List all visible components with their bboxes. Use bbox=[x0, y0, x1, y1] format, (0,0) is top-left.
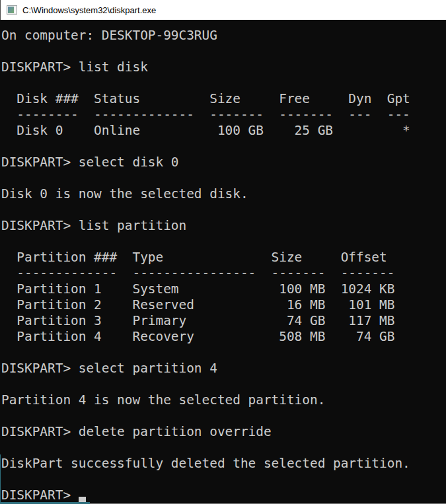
terminal-line-blank bbox=[1, 440, 446, 456]
window-titlebar[interactable]: C:\Windows\system32\diskpart.exe bbox=[0, 0, 446, 20]
terminal-cmd-select-partition: DISKPART> select partition 4 bbox=[1, 361, 446, 377]
terminal-cmd-list-partition: DISKPART> list partition bbox=[1, 218, 446, 234]
terminal-line-blank bbox=[1, 472, 446, 487]
partition-table-row: Partition 2 Reserved 16 MB 101 MB bbox=[1, 297, 446, 313]
disk-table-header: Disk ### Status Size Free Dyn Gpt bbox=[1, 91, 446, 107]
terminal-line-blank bbox=[1, 170, 446, 186]
terminal-line-blank bbox=[1, 234, 446, 250]
terminal-line-blank bbox=[1, 44, 446, 59]
console-window-icon[interactable] bbox=[7, 5, 17, 15]
terminal-line-blank bbox=[1, 408, 446, 424]
diskpart-console-window: C:\Windows\system32\diskpart.exe On comp… bbox=[0, 0, 446, 504]
terminal-line-blank bbox=[1, 139, 446, 155]
terminal-line-blank bbox=[1, 75, 446, 91]
partition-table-separator: ------------- ---------------- ------- -… bbox=[1, 266, 446, 281]
terminal-output-area[interactable]: On computer: DESKTOP-99C3RUG DISKPART> l… bbox=[0, 20, 446, 504]
terminal-cmd-delete-partition: DISKPART> delete partition override bbox=[1, 424, 446, 440]
disk-table-separator: -------- ------------- ------- ------- -… bbox=[1, 107, 446, 123]
prompt-text: DISKPART> bbox=[1, 487, 79, 503]
terminal-prompt-line[interactable]: DISKPART> bbox=[1, 487, 446, 503]
window-title: C:\Windows\system32\diskpart.exe bbox=[22, 5, 156, 15]
terminal-msg-partition-selected: Partition 4 is now the selected partitio… bbox=[1, 392, 446, 408]
terminal-line-on-computer: On computer: DESKTOP-99C3RUG bbox=[1, 28, 446, 44]
partition-table-row: Partition 4 Recovery 508 MB 74 GB bbox=[1, 329, 446, 345]
terminal-cmd-list-disk: DISKPART> list disk bbox=[1, 59, 446, 75]
terminal-line-blank bbox=[1, 345, 446, 361]
terminal-line-blank bbox=[1, 202, 446, 218]
terminal-cmd-select-disk: DISKPART> select disk 0 bbox=[1, 155, 446, 170]
terminal-msg-delete-success: DiskPart successfully deleted the select… bbox=[1, 456, 446, 472]
terminal-line-blank bbox=[1, 377, 446, 392]
window-border-left-accent bbox=[0, 454, 1, 504]
partition-table-row: Partition 3 Primary 74 GB 117 MB bbox=[1, 313, 446, 329]
disk-table-row: Disk 0 Online 100 GB 25 GB * bbox=[1, 123, 446, 139]
terminal-msg-disk-selected: Disk 0 is now the selected disk. bbox=[1, 186, 446, 202]
partition-table-row: Partition 1 System 100 MB 1024 KB bbox=[1, 281, 446, 297]
partition-table-header: Partition ### Type Size Offset bbox=[1, 250, 446, 266]
